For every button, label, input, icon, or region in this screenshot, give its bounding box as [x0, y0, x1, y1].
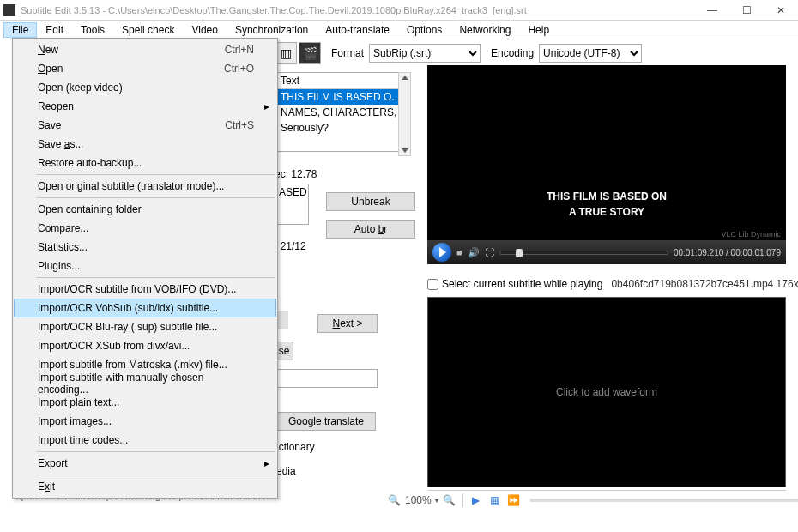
- stop-icon[interactable]: ■: [456, 247, 462, 257]
- menu-item-open-folder[interactable]: Open containing folder: [14, 200, 276, 219]
- menu-item-statistics[interactable]: Statistics...: [14, 238, 276, 257]
- menu-item-import-text[interactable]: Import plain text...: [14, 393, 276, 412]
- zoom-toolbar: 🔍 100% ▾ 🔍 ▶ ▦ ⏩: [386, 493, 798, 508]
- menu-item-new[interactable]: NewCtrl+N: [14, 40, 276, 59]
- select-current-row: Select current subtitle while playing 0b…: [427, 278, 798, 290]
- subtitle-list[interactable]: Text THIS FILM IS BASED O... NAMES, CHAR…: [275, 72, 410, 152]
- list-row[interactable]: Seriously?: [275, 120, 409, 136]
- video-controls: ■ 🔊 ⛶ 00:01:09.210 / 00:00:01.079: [427, 240, 786, 264]
- menu-video[interactable]: Video: [183, 22, 226, 38]
- menu-item-export[interactable]: Export▸: [14, 454, 276, 473]
- fullscreen-icon[interactable]: ⛶: [485, 247, 494, 257]
- menu-help[interactable]: Help: [519, 22, 558, 38]
- menu-item-import-xsub[interactable]: Import/OCR XSub from divx/avi...: [14, 336, 276, 355]
- menu-spellcheck[interactable]: Spell check: [113, 22, 183, 38]
- waveform-panel[interactable]: Click to add waveform: [427, 297, 786, 487]
- ff-icon[interactable]: ⏩: [506, 493, 522, 508]
- video-file-info: 0b406fcd719b081372b7ce451.mp4 176x144 MP…: [611, 278, 798, 290]
- menu-item-open-original[interactable]: Open original subtitle (translator mode)…: [14, 177, 276, 196]
- video-time: 00:01:09.210 / 00:00:01.079: [674, 248, 781, 257]
- menu-item-import-bluray[interactable]: Import/OCR Blu-ray (.sup) subtitle file.…: [14, 317, 276, 336]
- menu-item-save-as[interactable]: Save as...: [14, 135, 276, 154]
- seek-bar[interactable]: [499, 251, 668, 255]
- play-icon[interactable]: ▶: [469, 493, 484, 508]
- separator: [427, 490, 786, 491]
- menu-item-import-vob[interactable]: Import/OCR subtitle from VOB/IFO (DVD)..…: [14, 280, 276, 299]
- line-chars-label: : 21/12: [275, 240, 306, 252]
- select-current-checkbox[interactable]: [427, 279, 438, 290]
- menu-item-save[interactable]: SaveCtrl+S: [14, 116, 276, 135]
- dictionary-fragment: ictionary: [276, 438, 328, 456]
- menu-item-import-vobsub[interactable]: Import/OCR VobSub (sub/idx) subtitle...: [14, 299, 276, 317]
- subtitle-textarea[interactable]: ASED: [275, 184, 309, 225]
- chars-sec-label: ec: 12.78: [275, 168, 317, 180]
- menu-options[interactable]: Options: [398, 22, 450, 38]
- grid-icon[interactable]: ▦: [487, 493, 503, 508]
- toolbar: ▥ 🎬 Format SubRip (.srt) Encoding Unicod…: [275, 39, 642, 67]
- auto-br-button[interactable]: Auto br: [326, 220, 415, 239]
- video-watermark: VLC Lib Dynamic: [721, 230, 781, 239]
- zoom-slider-track[interactable]: [530, 499, 798, 502]
- maximize-button[interactable]: ☐: [729, 4, 764, 16]
- text-field-fragment[interactable]: [275, 369, 378, 388]
- format-label: Format: [331, 47, 364, 59]
- menu-item-import-timecodes[interactable]: Import time codes...: [14, 431, 276, 450]
- video-caption: THIS FILM IS BASED ON A TRUE STORY: [427, 189, 786, 220]
- title-bar: Subtitle Edit 3.5.13 - C:\Users\elnco\De…: [0, 0, 798, 21]
- google-translate-button[interactable]: Google translate: [276, 412, 376, 431]
- zoom-value: 100%: [405, 494, 432, 506]
- menu-edit[interactable]: Edit: [37, 22, 72, 38]
- encoding-label: Encoding: [491, 47, 534, 59]
- list-scrollbar[interactable]: [398, 72, 411, 156]
- menu-item-plugins[interactable]: Plugins...: [14, 257, 276, 275]
- zoom-out-icon[interactable]: 🔍: [386, 493, 402, 508]
- list-row[interactable]: THIS FILM IS BASED O...: [275, 89, 409, 105]
- menu-item-open-keep-video[interactable]: Open (keep video): [14, 78, 276, 97]
- menu-autotranslate[interactable]: Auto-translate: [317, 22, 398, 38]
- play-button[interactable]: [432, 243, 451, 262]
- menu-file[interactable]: File: [3, 22, 37, 38]
- media-fragment: edia: [276, 462, 328, 481]
- menu-item-import-images[interactable]: Import images...: [14, 412, 276, 431]
- menu-item-import-encoding[interactable]: Import subtitle with manually chosen enc…: [14, 374, 276, 393]
- select-current-label: Select current subtitle while playing: [442, 278, 602, 290]
- volume-icon[interactable]: 🔊: [468, 247, 480, 258]
- list-row[interactable]: [275, 136, 409, 151]
- list-row[interactable]: NAMES, CHARACTERS, ...: [275, 105, 409, 120]
- minimize-button[interactable]: —: [695, 4, 729, 16]
- encoding-select[interactable]: Unicode (UTF-8): [539, 44, 642, 63]
- menu-item-compare[interactable]: Compare...: [14, 219, 276, 238]
- app-icon: [3, 4, 15, 16]
- menu-tools[interactable]: Tools: [72, 22, 113, 38]
- menu-item-exit[interactable]: Exit: [14, 477, 276, 496]
- list-header-text[interactable]: Text: [275, 73, 409, 89]
- window-title: Subtitle Edit 3.5.13 - C:\Users\elnco\De…: [21, 5, 695, 15]
- next-button[interactable]: Next >: [317, 314, 378, 333]
- file-menu-dropdown: NewCtrl+N OpenCtrl+O Open (keep video) R…: [12, 38, 278, 499]
- unbreak-button[interactable]: Unbreak: [326, 192, 415, 211]
- toolbar-button-clapper[interactable]: 🎬: [299, 42, 321, 64]
- menu-item-reopen[interactable]: Reopen▸: [14, 97, 276, 116]
- format-select[interactable]: SubRip (.srt): [369, 44, 481, 63]
- zoom-in-icon[interactable]: 🔍: [442, 493, 457, 508]
- menu-sync[interactable]: Synchronization: [227, 22, 317, 38]
- menu-item-open[interactable]: OpenCtrl+O: [14, 59, 276, 78]
- menu-item-restore-backup[interactable]: Restore auto-backup...: [14, 154, 276, 172]
- close-button[interactable]: ✕: [764, 4, 798, 16]
- video-player[interactable]: THIS FILM IS BASED ON A TRUE STORY VLC L…: [427, 65, 786, 264]
- menu-networking[interactable]: Networking: [450, 22, 519, 38]
- menu-bar: File Edit Tools Spell check Video Synchr…: [0, 21, 798, 39]
